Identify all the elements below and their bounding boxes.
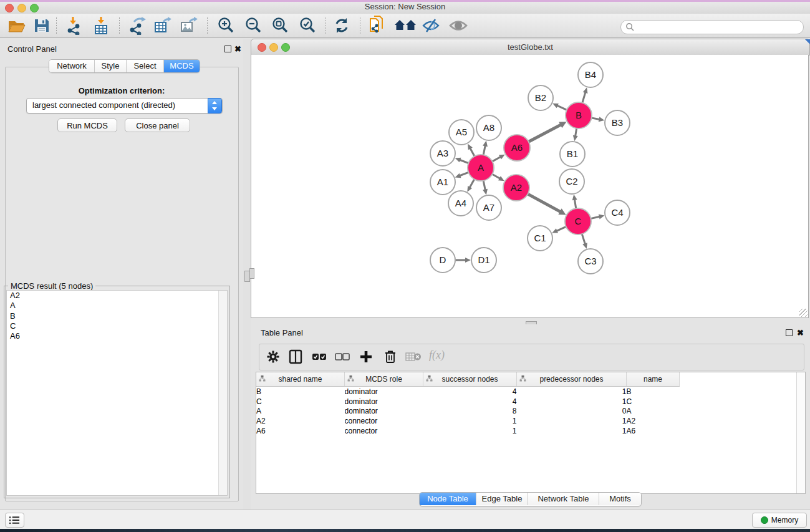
table-row[interactable]: A2connector11A2 [256, 416, 795, 426]
add-column-button[interactable] [356, 347, 376, 367]
table-cell[interactable]: 4 [423, 387, 517, 397]
graph-node-A8[interactable]: A8 [476, 115, 501, 140]
graph-node-B[interactable]: B [566, 102, 592, 128]
criterion-dropdown[interactable]: largest connected component (directed) [26, 98, 223, 114]
save-session-button[interactable] [31, 16, 52, 36]
deselect-all-rows-button[interactable] [332, 347, 352, 367]
table-cell[interactable]: connector [345, 416, 423, 426]
column-header-MCDS-role[interactable]: MCDS role [345, 372, 423, 387]
graph-node-C[interactable]: C [565, 208, 591, 235]
graph-edge-A6-B[interactable] [528, 125, 561, 142]
tab-select[interactable]: Select [127, 60, 164, 72]
tab-network-table[interactable]: Network Table [528, 493, 599, 505]
resize-grip[interactable] [799, 309, 808, 317]
mcds-result-item[interactable]: A [7, 301, 227, 311]
task-history-button[interactable] [5, 513, 24, 528]
table-cell[interactable]: A6 [627, 426, 680, 436]
graph-node-D[interactable]: D [430, 248, 455, 273]
table-cell[interactable]: A [256, 407, 345, 417]
graph-node-A4[interactable]: A4 [448, 191, 473, 216]
tab-style[interactable]: Style [95, 60, 127, 72]
tab-network[interactable]: Network [49, 60, 95, 72]
zoom-fit-button[interactable] [269, 16, 291, 36]
import-table-button[interactable] [90, 16, 112, 36]
tab-node-table[interactable]: Node Table [420, 493, 476, 505]
mcds-result-item[interactable]: C [7, 321, 227, 331]
table-cell[interactable]: 1 [423, 416, 517, 426]
table-cell[interactable]: 1 [517, 426, 627, 436]
close-panel-icon[interactable]: ✖ [234, 46, 241, 52]
table-cell[interactable]: 1 [517, 387, 627, 397]
run-mcds-button[interactable]: Run MCDS [57, 118, 117, 132]
table-cell[interactable]: C [627, 397, 680, 407]
tab-edge-table[interactable]: Edge Table [476, 493, 528, 505]
table-row[interactable]: Adominator80A [256, 407, 795, 417]
graph-node-A5[interactable]: A5 [449, 120, 474, 145]
home-button[interactable] [393, 16, 418, 36]
export-network-button[interactable] [127, 16, 148, 36]
new-network-from-selection-button[interactable] [367, 16, 388, 36]
delete-column-button[interactable] [380, 347, 400, 367]
column-header-shared-name[interactable]: shared name [256, 372, 345, 387]
export-image-button[interactable] [178, 16, 200, 36]
show-details-button[interactable] [448, 16, 469, 36]
table-cell[interactable]: B [627, 387, 680, 397]
table-cell[interactable]: connector [345, 426, 423, 436]
close-panel-button[interactable]: Close panel [125, 118, 190, 132]
table-cell[interactable]: A2 [256, 416, 345, 426]
table-row[interactable]: Cdominator41C [256, 397, 795, 407]
refresh-button[interactable] [331, 16, 352, 36]
table-cell[interactable]: dominator [345, 397, 423, 407]
graph-node-A2[interactable]: A2 [503, 175, 529, 201]
graph-node-A[interactable]: A [468, 155, 494, 181]
graph-node-A3[interactable]: A3 [430, 141, 455, 166]
network-graph[interactable]: B4B2BB3A8A5A6A3B1AA1C2A2A4A7C4CC1C3DD1 [251, 55, 808, 317]
column-header-predecessor-nodes[interactable]: predecessor nodes [517, 372, 627, 387]
memory-button[interactable]: Memory [752, 513, 807, 528]
graph-node-A1[interactable]: A1 [430, 170, 455, 195]
table-cell[interactable]: 0 [517, 407, 627, 417]
graph-node-C1[interactable]: C1 [528, 226, 552, 251]
canvas-left-handle[interactable] [249, 268, 254, 279]
zoom-out-button[interactable] [243, 16, 264, 36]
table-cell[interactable]: A [627, 407, 680, 417]
table-cell[interactable]: 4 [423, 397, 517, 407]
graph-node-C4[interactable]: C4 [605, 200, 630, 225]
list-scrollbar[interactable] [218, 291, 227, 495]
network-canvas[interactable]: B4B2BB3A8A5A6A3B1AA1C2A2A4A7C4CC1C3DD1 [251, 55, 809, 318]
table-scrollbar[interactable] [796, 372, 805, 493]
table-float-icon[interactable] [786, 329, 793, 336]
table-cell[interactable]: A6 [256, 426, 345, 436]
zoom-in-button[interactable] [215, 16, 236, 36]
table-settings-button[interactable] [263, 347, 283, 367]
select-all-rows-button[interactable] [309, 347, 329, 367]
zoom-selected-button[interactable] [297, 16, 318, 36]
graph-node-B3[interactable]: B3 [605, 110, 630, 135]
graph-node-B1[interactable]: B1 [560, 142, 585, 167]
table-cell[interactable]: 8 [423, 407, 517, 417]
graph-node-C2[interactable]: C2 [559, 169, 584, 194]
graph-node-A7[interactable]: A7 [476, 195, 501, 220]
column-header-name[interactable]: name [627, 372, 680, 387]
mcds-result-item[interactable]: B [7, 311, 227, 321]
table-close-icon[interactable]: ✖ [797, 330, 804, 336]
export-table-button[interactable] [152, 16, 173, 36]
table-cell[interactable]: 1 [517, 416, 627, 426]
hide-details-button[interactable] [420, 16, 441, 36]
mcds-result-item[interactable]: A6 [7, 331, 227, 341]
table-cell[interactable]: 1 [517, 397, 627, 407]
table-cell[interactable]: A2 [627, 416, 680, 426]
graph-node-B4[interactable]: B4 [578, 62, 603, 87]
import-network-button[interactable] [64, 16, 85, 36]
table-row[interactable]: A6connector11A6 [256, 426, 795, 436]
graph-node-C3[interactable]: C3 [578, 249, 603, 274]
table-row[interactable]: Bdominator41B [256, 387, 795, 397]
graph-node-B2[interactable]: B2 [528, 85, 553, 110]
mcds-result-item[interactable]: A2 [7, 291, 227, 301]
function-builder-button[interactable]: f(x) [429, 349, 445, 362]
graph-node-A6[interactable]: A6 [504, 135, 530, 161]
table-cell[interactable]: dominator [345, 407, 423, 417]
column-header-successor-nodes[interactable]: successor nodes [423, 372, 517, 387]
column-layout-button[interactable] [286, 347, 306, 367]
graph-edge-A2-C[interactable] [527, 193, 561, 212]
